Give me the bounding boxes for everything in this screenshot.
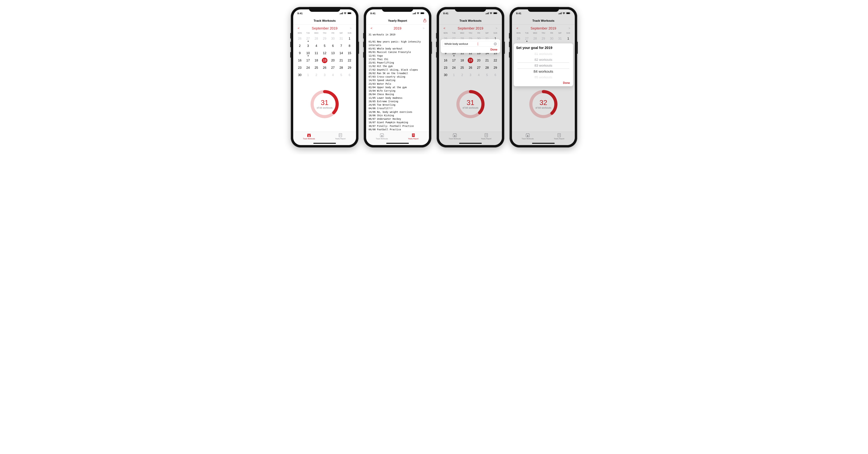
workout-name-input[interactable] bbox=[444, 42, 478, 45]
svg-rect-22 bbox=[415, 12, 416, 14]
picker-option[interactable]: 83 workouts bbox=[534, 63, 552, 69]
home-indicator[interactable] bbox=[313, 143, 336, 144]
calendar-day[interactable]: 3 bbox=[304, 42, 312, 49]
calendar-day[interactable]: 26 bbox=[296, 35, 304, 42]
calendar-day[interactable]: 2 bbox=[312, 71, 320, 78]
share-button[interactable] bbox=[423, 19, 427, 23]
weekday-label: TUE bbox=[304, 31, 312, 35]
calendar-day[interactable]: 21 bbox=[337, 57, 345, 64]
calendar-day[interactable]: 7 bbox=[337, 42, 345, 49]
workout-name-input-wrap[interactable]: ✕ bbox=[442, 41, 498, 47]
prev-year-button[interactable]: < bbox=[370, 27, 373, 30]
battery-icon bbox=[347, 12, 352, 14]
calendar-grid[interactable]: 2627282930311234567891011121314151617181… bbox=[293, 35, 356, 78]
svg-rect-21 bbox=[414, 13, 415, 14]
picker-option[interactable]: 84 workouts bbox=[533, 69, 553, 74]
phone-frame-3: 9:41 Track Workouts < September 2019 > M… bbox=[437, 7, 504, 148]
calendar-day[interactable]: 20 bbox=[329, 57, 337, 64]
calendar-day[interactable]: 13 bbox=[329, 50, 337, 57]
calendar-day[interactable]: 22 bbox=[345, 57, 353, 64]
svg-rect-14 bbox=[339, 133, 342, 137]
calendar-day[interactable]: 5 bbox=[320, 42, 329, 49]
calendar-day[interactable]: 9 bbox=[296, 50, 304, 57]
month-title[interactable]: September 2019 bbox=[312, 26, 338, 30]
svg-rect-34 bbox=[413, 135, 414, 136]
calendar-day[interactable]: 28 bbox=[337, 64, 345, 71]
calendar-day[interactable]: 25 bbox=[312, 64, 320, 71]
calendar-day[interactable]: 5 bbox=[337, 71, 345, 78]
calendar-day[interactable]: 19 bbox=[320, 57, 329, 64]
calendar-day[interactable]: 11 bbox=[312, 50, 320, 57]
calendar-day[interactable]: 2 bbox=[296, 42, 304, 49]
wifi-icon bbox=[344, 12, 346, 14]
goal-picker[interactable]: 81 workouts82 workouts83 workouts84 work… bbox=[516, 51, 570, 80]
calendar-day[interactable]: 8 bbox=[345, 42, 353, 49]
workout-dot-icon bbox=[308, 41, 309, 42]
ring-count: 31 bbox=[321, 99, 329, 106]
svg-rect-10 bbox=[307, 134, 311, 135]
notch bbox=[455, 7, 486, 12]
calendar-day[interactable]: 24 bbox=[304, 64, 312, 71]
calendar-day[interactable]: 27 bbox=[329, 64, 337, 71]
calendar-day[interactable]: 30 bbox=[329, 35, 337, 42]
calendar-day[interactable]: 28 bbox=[312, 35, 320, 42]
calendar-day[interactable]: 4 bbox=[329, 71, 337, 78]
calendar-day[interactable]: 29 bbox=[320, 35, 329, 42]
svg-rect-30 bbox=[383, 133, 383, 134]
done-button[interactable]: Done bbox=[442, 47, 498, 52]
year-title[interactable]: 2019 bbox=[394, 26, 402, 30]
calendar-day[interactable]: 27 bbox=[304, 35, 312, 42]
prev-month-button[interactable]: < bbox=[297, 27, 300, 30]
calendar-day[interactable]: 12 bbox=[320, 50, 329, 57]
phone-frame-2: 9:41 Yearly Report < 2019 > 31 workouts … bbox=[364, 7, 431, 148]
nav-title: Track Workouts bbox=[313, 19, 336, 23]
calendar-day[interactable]: 6 bbox=[345, 71, 353, 78]
dim-overlay[interactable] bbox=[439, 9, 502, 145]
calendar-day[interactable]: 29 bbox=[345, 64, 353, 71]
weekday-label: MON bbox=[296, 31, 304, 35]
picker-option[interactable]: 85 workouts bbox=[534, 74, 552, 80]
svg-rect-6 bbox=[351, 13, 352, 13]
svg-rect-35 bbox=[412, 134, 412, 137]
calendar-day[interactable]: 26 bbox=[320, 64, 329, 71]
home-indicator[interactable] bbox=[386, 143, 409, 144]
calendar-day[interactable]: 18 bbox=[312, 57, 320, 64]
home-indicator[interactable] bbox=[459, 143, 482, 144]
svg-rect-1 bbox=[341, 13, 341, 14]
svg-rect-13 bbox=[310, 133, 310, 134]
home-indicator[interactable] bbox=[532, 143, 555, 144]
calendar-day[interactable]: 6 bbox=[329, 42, 337, 49]
calendar-day[interactable]: 4 bbox=[312, 42, 320, 49]
calendar-day[interactable]: 1 bbox=[345, 35, 353, 42]
clear-text-button[interactable]: ✕ bbox=[494, 42, 497, 45]
status-time: 9:41 bbox=[370, 12, 375, 15]
report-text[interactable]: 31 workouts in 2019 01/01 New years pani… bbox=[366, 31, 429, 132]
svg-rect-5 bbox=[348, 12, 351, 14]
tab-label: Track Workouts bbox=[303, 138, 315, 140]
calendar-day[interactable]: 17 bbox=[304, 57, 312, 64]
next-year-button[interactable]: > bbox=[422, 27, 425, 30]
notch bbox=[528, 7, 559, 12]
workout-entry-popover: ✕ Done bbox=[441, 39, 500, 53]
next-month-button[interactable]: > bbox=[349, 27, 352, 30]
phone-frame-4: 9:41 Track Workouts < September 2019 > M… bbox=[509, 7, 577, 148]
picker-option[interactable]: 81 workouts bbox=[534, 51, 552, 57]
tab-label: Yearly Report bbox=[408, 138, 418, 140]
year-header: < 2019 > bbox=[366, 25, 429, 31]
calendar-day[interactable]: 3 bbox=[320, 71, 329, 78]
cellular-icon bbox=[413, 12, 416, 14]
calendar-day[interactable]: 14 bbox=[337, 50, 345, 57]
done-button[interactable]: Done bbox=[516, 80, 570, 85]
calendar-day[interactable]: 1 bbox=[304, 71, 312, 78]
calendar-day[interactable]: 15 bbox=[345, 50, 353, 57]
calendar-day[interactable]: 30 bbox=[296, 71, 304, 78]
calendar-day[interactable]: 10 bbox=[304, 50, 312, 57]
calendar-day[interactable]: 23 bbox=[296, 64, 304, 71]
picker-option[interactable]: 82 workouts bbox=[534, 57, 552, 63]
status-time: 9:41 bbox=[298, 12, 303, 15]
progress-ring[interactable]: 31 of 84 workouts bbox=[310, 89, 339, 119]
calendar-day[interactable]: 16 bbox=[296, 57, 304, 64]
tab-label: Track Workouts bbox=[376, 138, 388, 140]
wifi-icon bbox=[416, 12, 420, 14]
calendar-day[interactable]: 31 bbox=[337, 35, 345, 42]
